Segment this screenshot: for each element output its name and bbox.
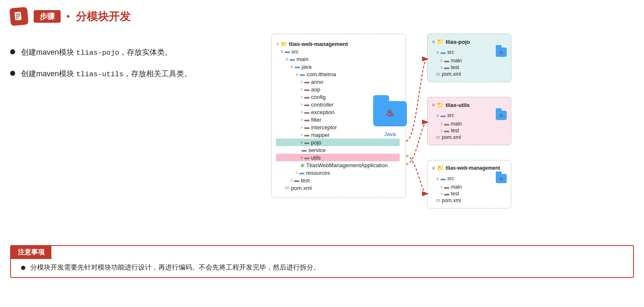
module-utils-title: ∨ 📁 tlias-utils	[432, 101, 507, 108]
left-panel: 创建maven模块 tlias-pojo，存放实体类。 创建maven模块 tl…	[10, 34, 271, 236]
mweb-src: ∨ ▬ src ♨	[432, 174, 507, 184]
right-panel: ∨ 📁 tlias-web-management ∨ ▬ src ∨ ▬ mai…	[271, 34, 634, 236]
mutils-test: > ▬ test	[432, 127, 507, 134]
header-dot: •	[67, 11, 70, 22]
tree-main: ∨ ▬ main	[276, 55, 400, 63]
notice-bullet: 分模块开发需要先针对模块功能进行设计，再进行编码。不会先将工程开发完毕，然后进行…	[21, 263, 623, 272]
module-web: ∨ 📁 tlias-web-management ∨ ▬ src ♨ > ▬ m…	[427, 160, 511, 208]
tree-java: ∨ ▬ java	[276, 63, 400, 70]
notice-body: 分模块开发需要先针对模块功能进行设计，再进行编码。不会先将工程开发完毕，然后进行…	[11, 259, 633, 277]
mweb-pom: m pom.xml	[432, 197, 507, 204]
bullet-item-1: 创建maven模块 tlias-pojo，存放实体类。	[10, 46, 271, 59]
web-java-icon: ♨	[496, 174, 507, 183]
mpojo-test: > ▬ test	[432, 64, 507, 71]
mweb-test: > ▬ test	[432, 190, 507, 197]
tree-app-class: ◉ TliasWebManagementApplication	[276, 161, 400, 169]
header-icon	[9, 7, 29, 26]
mpojo-pom: m pom.xml	[432, 71, 507, 77]
bullet-1-prefix: 创建maven模块	[21, 48, 76, 56]
tree-root-label: tlias-web-management	[289, 41, 348, 47]
tree-root: ∨ 📁 tlias-web-management	[276, 40, 400, 48]
bullet-dot-1	[10, 49, 15, 54]
mutils-pom: m pom.xml	[432, 134, 507, 141]
tree-aop: > ▬ aop	[276, 85, 400, 93]
mutils-main: > ▬ main	[432, 120, 507, 127]
utils-java-icon: ♨	[496, 111, 507, 120]
tree-pojo: > ▬ pojo	[276, 139, 400, 146]
mpojo-src: ∨ ▬ src ♨	[432, 47, 507, 57]
main-content: 创建maven模块 tlias-pojo，存放实体类。 创建maven模块 tl…	[0, 29, 644, 236]
notice-section: 注意事项 分模块开发需要先针对模块功能进行设计，再进行编码。不会先将工程开发完毕…	[10, 245, 634, 278]
bullet-text-1: 创建maven模块 tlias-pojo，存放实体类。	[21, 46, 172, 59]
tree-test: > ▬ test	[276, 176, 400, 184]
header-badge: 步骤	[34, 10, 61, 23]
tree-mapper: > ▬ mapper	[276, 131, 400, 139]
module-pojo-title: ∨ 📁 tlias-pojo	[432, 38, 507, 45]
tree-resources: > ▬ resources	[276, 169, 400, 176]
tree-src: ∨ ▬ src	[276, 48, 400, 55]
bullet-2-code: tlias-utils	[76, 70, 123, 78]
bullet-2-prefix: 创建maven模块	[21, 69, 76, 78]
bullet-text-2: 创建maven模块 tlias-utils，存放相关工具类。	[21, 68, 192, 80]
bullet-item-2: 创建maven模块 tlias-utils，存放相关工具类。	[10, 68, 271, 80]
tree-anno: > ▬ anno	[276, 78, 400, 85]
module-utils: ∨ 📁 tlias-utils ∨ ▬ src ♨ > ▬ main > ▬ t…	[427, 97, 511, 145]
notice-bullet-dot	[21, 266, 25, 270]
notice-text: 分模块开发需要先针对模块功能进行设计，再进行编码。不会先将工程开发完毕，然后进行…	[30, 263, 320, 272]
notice-header: 注意事项	[11, 246, 51, 259]
document-icon	[13, 11, 25, 22]
tree-utils: > ▬ utils	[276, 154, 400, 161]
header-title: 分模块开发	[76, 9, 131, 24]
tree-service: ▬ service	[276, 146, 400, 154]
module-pojo: ∨ 📁 tlias-pojo ∨ ▬ src ♨ > ▬ main > ▬ te…	[427, 34, 511, 82]
mutils-src: ∨ ▬ src ♨	[432, 110, 507, 120]
pojo-java-icon: ♨	[496, 48, 507, 57]
bullet-2-suffix: ，存放相关工具类。	[123, 69, 192, 78]
bullet-1-code: tlias-pojo	[76, 49, 119, 57]
tree-pom: m pom.xml	[276, 184, 400, 192]
bullet-1-suffix: ，存放实体类。	[119, 48, 172, 56]
mweb-main: > ▬ main	[432, 184, 507, 190]
java-folder-icon: ♨ Java	[373, 101, 407, 130]
mpojo-main: > ▬ main	[432, 57, 507, 64]
page-header: 步骤 • 分模块开发	[0, 0, 644, 29]
bullet-dot-2	[10, 71, 15, 76]
tree-com-itheima: ∨ ▬ com.itheima	[276, 70, 400, 78]
module-web-title: ∨ 📁 tlias-web-management	[432, 165, 507, 171]
